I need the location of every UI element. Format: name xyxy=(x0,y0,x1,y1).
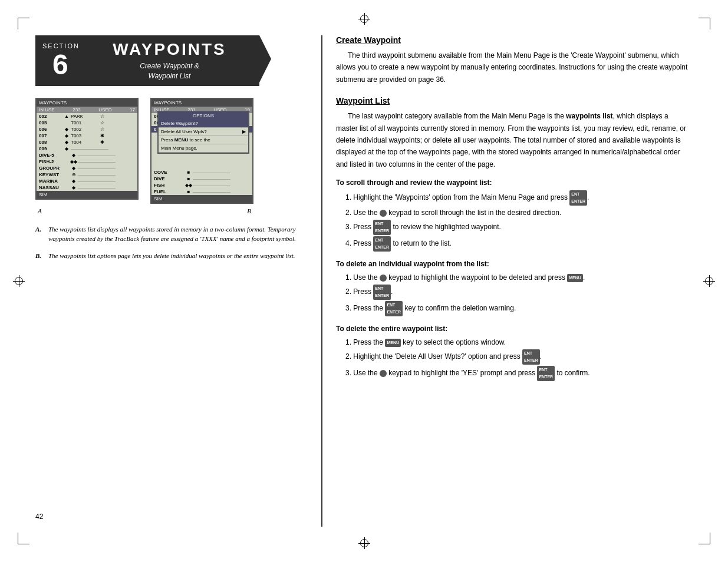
step-all-1: 1. Press the MENU key to select the opti… xyxy=(345,336,690,348)
waypoint-list-section: Waypoint List The last waypoint category… xyxy=(336,96,690,381)
step-del-2: 2. Press ENTENTER. xyxy=(345,285,690,300)
create-waypoint-heading: Create Waypoint xyxy=(336,35,690,45)
screen-b-container: WAYPOINTS IN USE 231 USED 19 001 ● GARMI… xyxy=(150,98,253,204)
options-row-4: Main Menu page. xyxy=(159,144,248,153)
scroll-review-heading: To scroll through and review the waypoin… xyxy=(336,178,690,187)
screen-a-row-10: KEYWST ⊕ ———————— xyxy=(37,171,137,178)
enter-key-3: ENTENTER xyxy=(373,236,391,252)
rocker-icon-2 xyxy=(380,275,387,282)
screen-b-label: B xyxy=(247,207,251,214)
screen-b-row-fuel: FUEL ■ ———————— xyxy=(151,189,252,195)
menu-key-1: MENU xyxy=(567,274,583,282)
rocker-icon-1 xyxy=(380,210,387,217)
corner-mark-br xyxy=(699,533,710,544)
section-header: SECTION 6 WAYPOINTS Create Waypoint &Way… xyxy=(35,35,259,86)
section-title-block: WAYPOINTS Create Waypoint &Waypoint List xyxy=(87,40,252,81)
screen-b-header: WAYPOINTS xyxy=(151,99,252,107)
enter-key-4: ENTENTER xyxy=(373,285,391,300)
corner-mark-bl xyxy=(18,533,29,544)
screen-b-row-cove: COVE ■ ———————— xyxy=(151,169,252,176)
screen-a-row-9: GROUPR ◆ ———————— xyxy=(37,165,137,171)
options-header: OPTIONS xyxy=(159,112,248,120)
screen-a-row-5: 008 ◆ T004 ✱ xyxy=(37,139,137,146)
screen-a-row-1: 002 ▲ PARK ☆ xyxy=(37,113,137,120)
screen-b-footer: SIM xyxy=(151,195,252,203)
screen-a-stored: 233 xyxy=(73,107,80,113)
create-waypoint-section: Create Waypoint The third waypoint subme… xyxy=(336,35,690,85)
caption-a-letter: A. xyxy=(35,224,44,244)
screen-a-inuse: IN USE xyxy=(39,107,55,113)
screen-a-row-12: NASSAU ◆ ———————— xyxy=(37,184,137,191)
step-del-1: 1. Use the keypad to highlight the waypo… xyxy=(345,272,690,283)
step-scroll-3: 3. Press ENTENTER to review the highligh… xyxy=(345,220,690,235)
page-number: 42 xyxy=(35,513,43,521)
screen-a-row-8: FISH-2 ◆◆ ———————— xyxy=(37,158,137,165)
screen-a-container: WAYPOINTS IN USE 233 USED 17 002 ▲ PARK … xyxy=(35,98,139,204)
step-scroll-1: 1. Highlight the 'Waypoints' option from… xyxy=(345,190,690,206)
caption-a: A. The waypoints list displays all waypo… xyxy=(35,224,307,244)
caption-b-text: The waypoints list options page lets you… xyxy=(48,251,295,261)
caption-b: B. The waypoints list options page lets … xyxy=(35,251,307,261)
screen-a-subheader: IN USE 233 USED 17 xyxy=(37,107,137,113)
corner-mark-tl xyxy=(18,18,29,29)
step-scroll-2: 2. Use the keypad to scroll through the … xyxy=(345,207,690,219)
scroll-review-steps: 1. Highlight the 'Waypoints' option from… xyxy=(345,190,690,252)
create-waypoint-text: The third waypoint submenu available fro… xyxy=(336,49,690,85)
screen-b-row-fish: FISH ◆◆ ———————— xyxy=(151,182,252,189)
screen-a-row-2: 005 T001 ☆ xyxy=(37,120,137,126)
screen-b-row-dive: DIVE ■ ———————— xyxy=(151,176,252,182)
screen-a-used-val: 17 xyxy=(130,107,135,113)
crosshair-left xyxy=(13,275,25,287)
enter-key-6: ENTENTER xyxy=(522,349,540,365)
step-scroll-4: 4. Press ENTENTER to return to the list. xyxy=(345,236,690,252)
crosshair-bottom xyxy=(358,537,370,549)
delete-all-steps: 1. Press the MENU key to select the opti… xyxy=(345,336,690,381)
corner-mark-tr xyxy=(699,18,710,29)
step-all-3: 3. Use the keypad to highlight the 'YES'… xyxy=(345,366,690,381)
screen-a-footer: SIM xyxy=(37,191,137,199)
menu-key-2: MENU xyxy=(385,339,401,347)
section-arrow xyxy=(259,35,271,82)
step-del-3: 3. Press the ENTENTER key to confirm the… xyxy=(345,301,690,316)
screen-a-header: WAYPOINTS xyxy=(37,99,137,107)
screen-a: WAYPOINTS IN USE 233 USED 17 002 ▲ PARK … xyxy=(35,98,139,200)
enter-key-7: ENTENTER xyxy=(537,366,555,381)
captions: A. The waypoints list displays all waypo… xyxy=(35,224,307,261)
options-row-1: Delete Waypoint? xyxy=(159,120,248,128)
delete-all-heading: To delete the entire waypoint list: xyxy=(336,325,690,333)
section-subtitle: Create Waypoint &Waypoint List xyxy=(140,61,199,81)
screen-a-row-7: DIVE-5 ◆ ———————— xyxy=(37,152,137,158)
waypoint-list-heading: Waypoint List xyxy=(336,96,690,105)
enter-key-5: ENTENTER xyxy=(385,301,403,316)
section-word: SECTION xyxy=(42,42,80,49)
step-all-2: 2. Highlight the 'Delete All User Wpts?'… xyxy=(345,349,690,365)
screen-a-row-6: 009 ◆ ———————— xyxy=(37,146,137,152)
enter-key-1: ENTENTER xyxy=(569,190,587,206)
options-row-3: Press MENU to see the xyxy=(159,136,248,144)
screen-b: WAYPOINTS IN USE 231 USED 19 001 ● GARMI… xyxy=(150,98,253,204)
options-row-2: Delete All User Wpts? ▶ xyxy=(159,128,248,136)
screen-a-row-11: MARINA ◆ ———————— xyxy=(37,178,137,184)
screen-b-sim: SIM xyxy=(154,196,162,201)
section-label: SECTION 6 xyxy=(42,42,80,79)
section-title: WAYPOINTS xyxy=(113,40,226,59)
screen-a-sim: SIM xyxy=(39,192,47,197)
screen-a-label: A xyxy=(38,207,42,214)
screen-a-used-label: USED xyxy=(98,107,111,113)
options-overlay: OPTIONS Delete Waypoint? Delete All User… xyxy=(157,111,249,154)
screen-a-title: WAYPOINTS xyxy=(39,100,67,105)
left-page: SECTION 6 WAYPOINTS Create Waypoint &Way… xyxy=(35,35,307,527)
screen-b-title: WAYPOINTS xyxy=(154,100,182,105)
delete-individual-heading: To delete an individual waypoint from th… xyxy=(336,260,690,268)
screen-a-row-3: 006 ◆ T002 ☆ xyxy=(37,126,137,133)
page-divider xyxy=(321,35,322,527)
section-number: 6 xyxy=(52,51,70,79)
rocker-icon-3 xyxy=(380,370,387,377)
right-page: Create Waypoint The third waypoint subme… xyxy=(336,35,690,527)
device-screenshots: WAYPOINTS IN USE 233 USED 17 002 ▲ PARK … xyxy=(35,98,307,204)
enter-key-2: ENTENTER xyxy=(373,220,391,235)
caption-a-text: The waypoints list displays all waypoint… xyxy=(48,224,307,244)
delete-individual-steps: 1. Use the keypad to highlight the waypo… xyxy=(345,272,690,316)
crosshair-top xyxy=(358,13,370,25)
waypoint-list-text: The last waypoint category available fro… xyxy=(336,110,690,170)
